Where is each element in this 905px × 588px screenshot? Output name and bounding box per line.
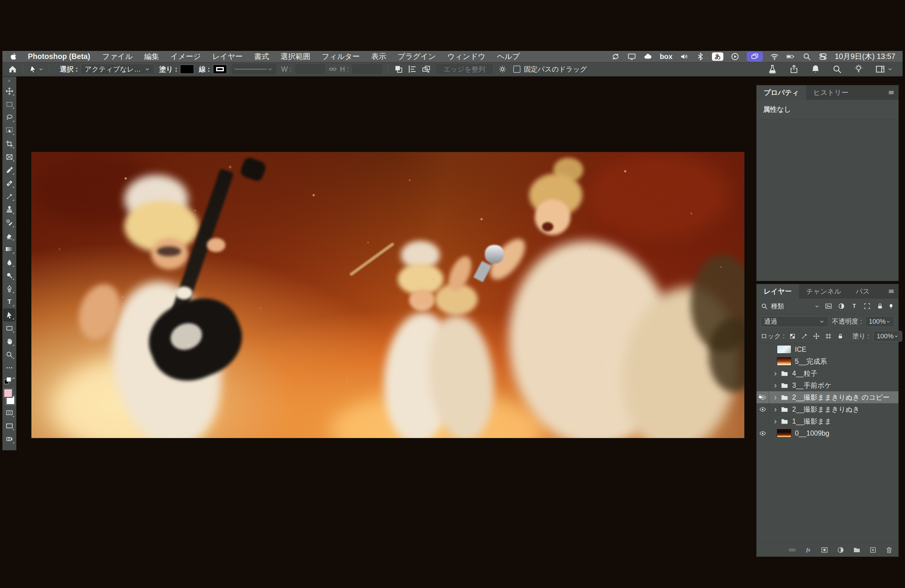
smart-object-filter-icon[interactable]: [876, 302, 884, 310]
menu-item-7[interactable]: フィルター: [322, 51, 360, 61]
menu-item-4[interactable]: レイヤー: [212, 51, 243, 61]
align-edges-button[interactable]: エッジを整列: [435, 64, 493, 75]
layer-thumbnail[interactable]: [777, 429, 791, 437]
shape-tool[interactable]: [3, 321, 16, 335]
fill-opacity-dropdown[interactable]: 100%: [873, 331, 902, 342]
fx-icon[interactable]: fx: [805, 546, 812, 554]
pen-tool[interactable]: [3, 282, 16, 295]
spotlight-icon[interactable]: [802, 52, 811, 61]
adjustment-icon[interactable]: [837, 546, 845, 554]
flask-icon[interactable]: [767, 64, 778, 74]
menu-item-9[interactable]: プラグイン: [398, 51, 436, 61]
layer-thumbnail[interactable]: [777, 345, 791, 354]
layer-visibility-toggle[interactable]: [757, 343, 769, 355]
layer-visibility-toggle[interactable]: [757, 355, 769, 367]
menu-item-3[interactable]: イメージ: [171, 51, 201, 61]
ime-badge[interactable]: あ: [712, 52, 723, 61]
bell-icon[interactable]: [810, 64, 821, 74]
quick-mask-icon[interactable]: [3, 406, 16, 419]
layer-thumbnail[interactable]: [777, 357, 791, 366]
volume-icon[interactable]: [680, 52, 689, 61]
bluetooth-icon[interactable]: [696, 52, 705, 61]
lock-all-icon[interactable]: [837, 333, 844, 340]
group-expand-chevron[interactable]: ›: [772, 417, 779, 426]
menu-clock[interactable]: 10月9日(木) 13:57: [835, 51, 895, 61]
foreground-color-swatch[interactable]: [3, 389, 13, 397]
workspace-switcher[interactable]: [875, 64, 893, 74]
lock-transparent-icon[interactable]: [789, 333, 796, 340]
tab-パス[interactable]: パス: [848, 284, 877, 299]
record-icon[interactable]: [730, 52, 740, 61]
layer-row[interactable]: ›1__撮影まま: [757, 415, 899, 427]
layer-row[interactable]: ›3__手前ボケ: [757, 379, 899, 391]
menu-item-8[interactable]: 表示: [372, 51, 386, 61]
type-tool[interactable]: T: [3, 295, 16, 308]
history-brush-tool[interactable]: [3, 216, 16, 229]
layer-filter-dropdown[interactable]: 種類: [761, 302, 820, 311]
share-icon[interactable]: [789, 64, 799, 74]
frame-tool[interactable]: [3, 150, 16, 164]
tab-ヒストリー[interactable]: ヒストリー: [806, 85, 856, 100]
cloud-icon[interactable]: [643, 52, 653, 61]
fill-swatch[interactable]: [180, 65, 194, 74]
stroke-swatch[interactable]: [213, 65, 227, 74]
healing-brush-tool[interactable]: [3, 176, 16, 190]
layer-visibility-toggle[interactable]: [757, 415, 769, 427]
crop-tool[interactable]: [3, 137, 16, 150]
shape-filter-icon[interactable]: [864, 302, 871, 310]
default-colors-control[interactable]: [3, 376, 16, 386]
path-operations-icon[interactable]: [394, 64, 403, 74]
layer-visibility-toggle[interactable]: [757, 379, 769, 391]
width-input[interactable]: [294, 64, 325, 75]
lock-pixels-icon[interactable]: [801, 333, 808, 340]
layer-visibility-toggle[interactable]: [757, 427, 769, 439]
new-layer-icon[interactable]: [869, 546, 877, 554]
search-icon[interactable]: [832, 64, 842, 74]
tab-プロパティ[interactable]: プロパティ: [757, 85, 806, 100]
opacity-dropdown[interactable]: 100%: [865, 316, 894, 327]
layer-row[interactable]: ›4__粒子: [757, 367, 899, 379]
lightbulb-icon[interactable]: [854, 64, 864, 74]
swap-colors-icon[interactable]: [11, 377, 16, 382]
layer-row[interactable]: ›2__撮影ままきりぬき のコピー: [757, 391, 899, 403]
panel-menu-icon[interactable]: [887, 89, 895, 96]
menu-item-1[interactable]: ファイル: [102, 51, 133, 61]
apple-icon[interactable]: [10, 52, 17, 60]
link-dimensions-icon[interactable]: [329, 65, 337, 73]
constrain-path-checkbox[interactable]: [513, 65, 521, 73]
hand-tool[interactable]: [3, 335, 16, 348]
group-expand-chevron[interactable]: ›: [772, 405, 779, 413]
group-icon[interactable]: [853, 546, 861, 554]
adjustment-filter-icon[interactable]: [838, 302, 845, 310]
tab-チャンネル[interactable]: チャンネル: [799, 284, 849, 299]
path-selection-tool[interactable]: [3, 308, 16, 321]
gear-icon[interactable]: [498, 64, 507, 74]
link-icon[interactable]: [788, 546, 796, 554]
menu-item-2[interactable]: 編集: [144, 51, 159, 61]
edit-toolbar-ellipsis[interactable]: [3, 361, 16, 374]
stroke-style-dropdown[interactable]: [232, 64, 276, 75]
home-icon[interactable]: [8, 64, 17, 74]
battery-icon[interactable]: [786, 52, 795, 61]
lock-position-icon[interactable]: [813, 333, 820, 340]
zoom-tool[interactable]: [3, 348, 16, 361]
lasso-tool[interactable]: [3, 111, 16, 124]
layer-row[interactable]: ›2__撮影ままきりぬき: [757, 403, 899, 415]
clone-stamp-tool[interactable]: [3, 203, 16, 216]
layer-row[interactable]: ICE: [757, 343, 899, 355]
path-alignment-icon[interactable]: [408, 64, 417, 74]
wifi-icon[interactable]: [770, 52, 779, 61]
pixel-filter-icon[interactable]: [825, 302, 832, 310]
height-input[interactable]: [352, 64, 383, 75]
control-center-icon[interactable]: [819, 52, 827, 61]
blur-tool[interactable]: [3, 256, 16, 269]
box-logo[interactable]: box: [660, 52, 672, 61]
group-expand-chevron[interactable]: ›: [772, 369, 779, 378]
mask-icon[interactable]: [821, 546, 829, 554]
window-switcher-button[interactable]: [747, 51, 763, 62]
layer-visibility-toggle[interactable]: [757, 403, 769, 415]
group-expand-chevron[interactable]: ›: [772, 381, 779, 389]
move-tool[interactable]: [3, 84, 16, 98]
app-name[interactable]: Photoshop (Beta): [28, 52, 90, 61]
layer-visibility-toggle[interactable]: [757, 367, 769, 379]
